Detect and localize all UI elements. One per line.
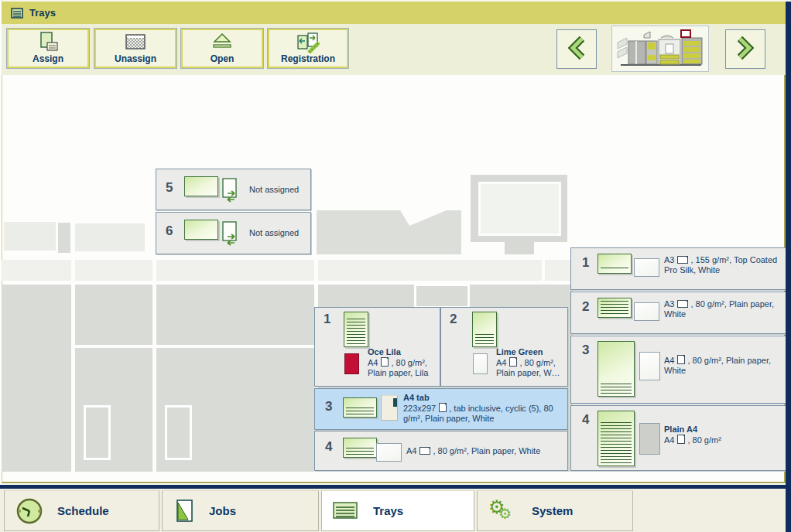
machine-panel-outline [414,284,470,309]
media-info: A3, 80 g/m², Plain paper, White [664,299,782,319]
tab-system[interactable]: ⚙⚙ System [477,490,633,531]
tray-panel-5[interactable]: 5 Not assigned [156,169,311,210]
machine-top-band [2,260,573,281]
open-icon [181,32,263,52]
tray-number: 3 [582,343,589,358]
tray-panel-6[interactable]: 6 Not assigned [156,212,311,254]
tray-panel-engine-2[interactable]: 2 Lime GreenA4, 80 g/m², Plain paper, W… [440,307,568,387]
media-color-swatch [473,353,488,374]
media-size: A4 [664,435,674,445]
media-desc: , 80 g/m² [687,435,721,445]
tab-trays-selected[interactable]: Trays [321,490,474,531]
registration-label: Registration [268,53,348,64]
not-assigned-icon [221,177,241,206]
media-info: Lime GreenA4, 80 g/m², Plain paper, W… [496,347,567,378]
tab-label: Schedule [57,504,109,517]
trays-tab-icon [333,502,359,520]
tab-schedule[interactable]: Schedule [4,490,159,531]
tab-jobs[interactable]: Jobs [162,490,319,531]
media-info: Plain A4A4, 80 g/m² [664,425,782,445]
media-size: A3 [664,255,674,264]
landscape-orientation-icon [677,256,688,264]
media-name: Lime Green [496,347,567,357]
tab-media-swatch [381,395,398,421]
assign-button[interactable]: Assign [6,28,90,69]
media-name: A4 tab [403,393,572,403]
unassign-button[interactable]: Unassign [94,28,177,69]
title-bar: Trays [2,2,786,25]
unassign-label: Unassign [94,53,176,64]
portrait-orientation-icon [509,357,517,367]
media-info: A4, 80 g/m², Plain paper, White [406,446,566,456]
tray-panel-external-1[interactable]: 1 A3, 155 g/m², Top Coated Pro Silk, Whi… [570,247,786,290]
window-top-edge [0,0,791,2]
media-info: A3, 155 g/m², Top Coated Pro Silk, White [664,255,782,275]
tray-status: Not assigned [249,228,299,237]
tray-level-icon [344,312,368,347]
tray-level-icon [184,176,218,196]
bottom-tab-bar: Schedule Jobs Trays ⚙⚙ System [0,489,791,532]
machine-divider [71,260,75,472]
printer-thumbnail-icon [616,27,704,70]
open-button[interactable]: Open [180,28,264,69]
machine-door-right [165,405,192,460]
registration-icon [268,32,348,53]
tray-level-icon [598,341,635,397]
machine-monitor [471,175,567,242]
unassign-icon [94,32,176,52]
machine-output-divider [58,223,70,253]
machine-engine-top [317,210,461,254]
jobs-document-icon [173,498,195,524]
media-size: A4 [664,356,674,365]
tray-number: 1 [582,255,589,271]
scroll-left-button[interactable] [556,29,597,69]
page-title: Trays [29,7,56,19]
tray-panel-external-4[interactable]: 4 Plain A4A4, 80 g/m² [570,405,786,471]
media-color-swatch [376,443,402,462]
tab-label: Jobs [209,504,236,517]
machine-door-left [84,405,111,460]
portrait-orientation-icon [381,357,389,367]
trays-screen: Trays Assign Unassign Open Registration [0,0,791,532]
tray-panel-engine-1[interactable]: 1 Oce LilaA4, 80 g/m², Plain paper, Lila [314,307,440,387]
tray-level-icon [343,397,377,418]
tray-panel-external-2[interactable]: 2 A3, 80 g/m², Plain paper, White [570,292,786,334]
machine-divider [542,260,545,281]
printer-overview-thumbnail[interactable] [611,26,709,72]
chevron-right-icon [734,36,757,63]
assign-icon [7,32,89,53]
tray-number: 5 [166,180,173,196]
system-gears-icon: ⚙⚙ [488,498,518,524]
media-color-swatch [634,258,659,277]
media-color-swatch [639,423,660,455]
scroll-right-button[interactable] [725,29,765,69]
assign-label: Assign [7,53,89,64]
machine-divider [152,260,156,472]
tray-level-icon [598,411,635,466]
tray-number: 4 [325,439,332,455]
media-desc: , 80 g/m², Plain paper, White [433,446,540,455]
chevron-left-icon [565,36,588,63]
window-right-edge [786,0,791,532]
tray-level-icon [472,312,497,347]
media-info: A4, 80 g/m², Plain paper, White [664,355,782,376]
tray-panel-engine-4[interactable]: 4 A4, 80 g/m², Plain paper, White [314,431,568,471]
schedule-clock-icon [15,497,43,525]
machine-divider-horizontal [75,345,315,348]
tray-panel-engine-3-selected[interactable]: 3 A4 tab223x297, tab inclusive, cyclic (… [314,388,568,430]
machine-monitor-stand [505,242,534,254]
portrait-orientation-icon [677,355,685,364]
tray-number: 3 [325,399,332,414]
media-size: A4 [406,446,416,455]
machine-output-tray-right [75,223,145,251]
media-size: A4 [496,358,506,367]
media-size: 223x297 [403,404,436,413]
media-size: A4 [368,358,378,367]
registration-button[interactable]: Registration [267,28,349,69]
tray-level-icon [598,254,632,274]
landscape-orientation-icon [419,447,430,455]
tray-number: 2 [582,299,589,315]
media-size: A3 [664,299,674,309]
tray-panel-external-3[interactable]: 3 A4, 80 g/m², Plain paper, White [570,336,786,404]
tab-label: System [532,504,573,517]
